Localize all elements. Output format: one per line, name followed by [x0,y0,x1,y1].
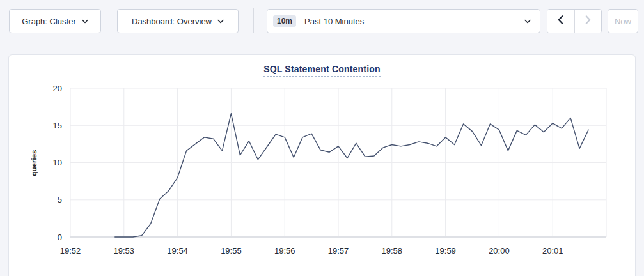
dashboard-dropdown[interactable]: Dashboard: Overview [117,9,239,33]
next-time-button[interactable] [575,10,602,33]
chevron-down-icon [217,19,224,24]
time-step-button-group [547,9,602,33]
time-range-selector[interactable]: 10m Past 10 Minutes [267,9,540,33]
chevron-down-icon [82,19,88,24]
graph-dropdown[interactable]: Graph: Cluster [9,9,101,33]
time-range-badge: 10m [273,15,296,27]
chevron-left-icon [558,15,563,27]
time-range-label: Past 10 Minutes [304,17,364,26]
now-button-label: Now [615,17,631,26]
chart-title-row: SQL Statement Contention [0,63,644,77]
chart-plot-area[interactable] [70,88,606,237]
previous-time-button[interactable] [547,10,575,33]
chart-title[interactable]: SQL Statement Contention [263,64,381,77]
dashboard-dropdown-label: Dashboard: Overview [132,17,212,26]
now-button[interactable]: Now [608,9,638,33]
chevron-right-icon [585,15,591,27]
chevron-down-icon [524,19,531,24]
graph-dropdown-label: Graph: Cluster [22,17,76,26]
toolbar-divider [253,8,254,33]
